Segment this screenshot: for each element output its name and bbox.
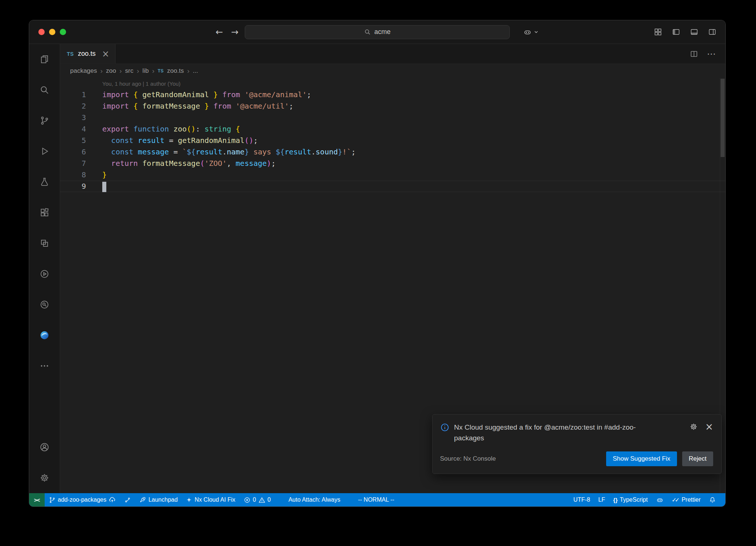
copilot-icon (523, 28, 532, 37)
cloud-upload-icon (109, 496, 116, 504)
testing-icon[interactable] (29, 167, 60, 197)
line-number[interactable]: 4 (60, 123, 86, 135)
eol-indicator[interactable]: LF (594, 493, 609, 506)
settings-gear-icon[interactable] (29, 463, 60, 493)
play-circle-view-icon[interactable] (29, 259, 60, 289)
code-line[interactable]: 2import { formatMessage } from '@acme/ut… (60, 100, 725, 112)
breadcrumb-item-symbol[interactable]: ... (193, 67, 198, 75)
language-mode-indicator[interactable]: {} TypeScript (609, 493, 652, 506)
copilot-icon (656, 496, 664, 504)
rocket-icon (139, 496, 146, 504)
accounts-icon[interactable] (29, 432, 60, 463)
overlapping-windows-icon[interactable] (29, 228, 60, 259)
vim-mode-indicator[interactable]: -- NORMAL -- (354, 493, 398, 506)
code-line[interactable]: 3 (60, 112, 725, 123)
editor-cursor (102, 182, 106, 192)
code-line[interactable]: 6 const message = `${result.name} says $… (60, 146, 725, 158)
toggle-primary-sidebar-icon[interactable] (672, 28, 680, 36)
search-view-icon[interactable] (29, 75, 60, 105)
commit-graph-button[interactable] (120, 493, 135, 506)
branch-name: add-zoo-packages (58, 496, 107, 503)
encoding-indicator[interactable]: UTF-8 (569, 493, 594, 506)
line-content (102, 181, 106, 192)
line-number[interactable]: 9 (60, 181, 86, 192)
copilot-status-button[interactable] (652, 493, 668, 506)
notification-toast: Nx Cloud suggested a fix for @acme/zoo:t… (432, 414, 722, 474)
warning-icon (258, 496, 265, 504)
typescript-file-icon: TS (67, 51, 74, 57)
typescript-file-icon: TS (158, 68, 164, 74)
breadcrumb-separator: › (120, 67, 122, 75)
command-center-search[interactable]: acme (245, 25, 510, 39)
problems-indicator[interactable]: 0 0 (240, 493, 275, 506)
traffic-lights (29, 29, 66, 35)
search-details-view-icon[interactable] (29, 289, 60, 320)
formatter-indicator[interactable]: ✓✓ Prettier (668, 493, 705, 506)
run-debug-icon[interactable] (29, 136, 60, 167)
search-icon (364, 28, 371, 35)
code-line[interactable]: 8} (60, 169, 725, 181)
line-content: return formatMessage('ZOO', message); (102, 158, 276, 169)
scrollbar-thumb[interactable] (721, 79, 725, 157)
breadcrumb-item-lib[interactable]: lib (142, 67, 149, 75)
notification-close-icon[interactable]: × (705, 423, 713, 430)
nx-cloud-ai-fix-button[interactable]: Nx Cloud AI Fix (182, 493, 239, 506)
tab-close-icon[interactable]: × (102, 50, 109, 58)
launchpad-label: Launchpad (148, 496, 178, 503)
git-blame-annotation: You, 1 hour ago | 1 author (You) (102, 78, 725, 89)
copilot-menu-button[interactable] (523, 28, 539, 37)
code-line[interactable]: 4export function zoo(): string { (60, 123, 725, 135)
breadcrumb-item-file[interactable]: zoo.ts (167, 67, 184, 75)
toggle-secondary-sidebar-icon[interactable] (708, 28, 717, 36)
line-number[interactable]: 5 (60, 135, 86, 146)
notifications-bell-button[interactable] (705, 493, 720, 506)
breadcrumb-separator: › (100, 67, 103, 75)
minimize-window-button[interactable] (49, 29, 55, 35)
zoom-window-button[interactable] (60, 29, 66, 35)
line-number[interactable]: 7 (60, 158, 86, 169)
split-editor-icon[interactable] (690, 50, 698, 58)
edge-browser-icon[interactable] (29, 320, 60, 351)
show-suggested-fix-button[interactable]: Show Suggested Fix (606, 451, 677, 466)
extensions-icon[interactable] (29, 197, 60, 228)
breadcrumb-item-packages[interactable]: packages (70, 67, 97, 75)
line-number[interactable]: 8 (60, 169, 86, 181)
source-control-icon[interactable] (29, 105, 60, 136)
remote-indicator[interactable]: >< (29, 493, 45, 506)
breadcrumb-item-zoo[interactable]: zoo (106, 67, 116, 75)
explorer-icon[interactable] (29, 44, 60, 75)
more-actions-icon[interactable]: ⋯ (707, 49, 716, 59)
reject-button[interactable]: Reject (682, 451, 713, 466)
code-line[interactable]: 1import { getRandomAnimal } from '@acme/… (60, 89, 725, 100)
history-nav: ← → (216, 27, 238, 37)
editor-group: TS zoo.ts × ⋯ packages › zoo › src › lib… (60, 44, 725, 493)
breadcrumb-separator: › (152, 67, 154, 75)
toggle-panel-icon[interactable] (690, 28, 698, 36)
error-icon (244, 496, 251, 504)
auto-attach-indicator[interactable]: Auto Attach: Always (284, 493, 344, 506)
code-line[interactable]: 9 (60, 181, 725, 192)
line-number[interactable]: 6 (60, 146, 86, 158)
launchpad-button[interactable]: Launchpad (135, 493, 182, 506)
vscode-window: ← → acme (29, 20, 726, 507)
info-icon (440, 423, 450, 432)
forward-icon[interactable]: → (231, 27, 238, 37)
line-content: } (102, 169, 107, 181)
auto-attach-label: Auto Attach: Always (288, 496, 340, 503)
additional-views-icon[interactable] (29, 351, 60, 381)
tab-zoo-ts[interactable]: TS zoo.ts × (60, 44, 116, 64)
code-line[interactable]: 5 const result = getRandomAnimal(); (60, 135, 725, 146)
notification-settings-gear-icon[interactable] (690, 423, 698, 431)
customize-layout-icon[interactable] (654, 28, 662, 36)
breadcrumb-item-src[interactable]: src (125, 67, 134, 75)
line-number[interactable]: 2 (60, 100, 86, 112)
line-number[interactable]: 3 (60, 112, 86, 123)
back-icon[interactable]: ← (216, 27, 223, 37)
main-area: TS zoo.ts × ⋯ packages › zoo › src › lib… (29, 44, 725, 493)
tab-label: zoo.ts (78, 50, 96, 58)
branch-indicator[interactable]: add-zoo-packages (45, 493, 120, 506)
close-window-button[interactable] (38, 29, 45, 35)
code-line[interactable]: 7 return formatMessage('ZOO', message); (60, 158, 725, 169)
line-number[interactable]: 1 (60, 89, 86, 100)
chevron-down-icon (533, 29, 539, 35)
